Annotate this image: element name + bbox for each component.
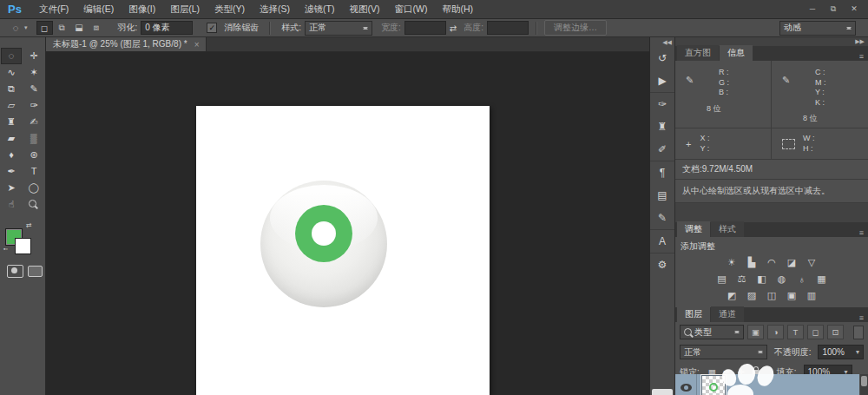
panel-menu-icon[interactable]: ≡ [859,52,864,61]
character-panel-button[interactable]: ▤ [650,184,674,207]
scrollbar-thumb[interactable] [861,376,867,386]
menu-select[interactable]: 选择(S) [256,2,293,17]
actions-panel-button[interactable]: ▶ [650,69,674,92]
channel-mixer-icon[interactable]: ♁ [795,274,809,285]
crop-tool[interactable]: ⧉ [1,81,22,97]
layer-row-selected[interactable] [675,374,859,395]
panel-menu-icon[interactable]: ≡ [859,228,864,237]
layer-visibility-cell[interactable] [675,374,697,395]
menu-file[interactable]: 文件(F) [36,2,72,17]
subtract-selection-button[interactable]: ⬓ [71,21,88,35]
height-input[interactable] [487,21,529,35]
layers-scrollbar[interactable] [860,374,868,395]
menu-layer[interactable]: 图层(L) [167,2,203,17]
minimize-button[interactable]: ─ [802,4,823,14]
tab-histogram[interactable]: 直方图 [677,45,719,61]
color-balance-icon[interactable]: ⚖ [735,273,749,285]
close-tab-icon[interactable]: × [194,40,200,49]
layer-filter-select[interactable]: 类型 [680,325,744,339]
menu-help[interactable]: 帮助(H) [438,2,477,17]
move-tool[interactable]: ✛ [23,48,44,64]
menu-type[interactable]: 类型(Y) [211,2,248,17]
tab-layers[interactable]: 图层 [677,306,710,322]
workspace-select[interactable]: 动感 [779,21,856,36]
menu-edit[interactable]: 编辑(E) [80,2,117,17]
close-button[interactable]: ✕ [844,4,865,14]
tool-preset-icon[interactable]: ◌ [7,20,24,36]
filter-pixel-icon[interactable]: ▣ [747,325,764,339]
refine-edge-button[interactable]: 调整边缘… [544,20,607,36]
color-lookup-icon[interactable]: ▦ [815,273,829,285]
screen-mode-button[interactable] [28,266,43,277]
posterize-icon[interactable]: ▨ [745,290,759,301]
default-swatches-icon[interactable]: ▪▫ [3,246,8,252]
menu-view[interactable]: 视图(V) [346,2,384,17]
shape-tool[interactable]: ◯ [23,180,44,196]
clone-source-panel-button[interactable]: ♜ [650,115,674,138]
filter-toggle[interactable] [853,326,864,339]
tab-channels[interactable]: 通道 [711,306,744,322]
pen-tool[interactable]: ✒ [1,163,22,180]
clone-stamp-tool[interactable]: ♜ [1,114,22,130]
invert-icon[interactable]: ◩ [725,290,739,301]
brush-presets-panel-button[interactable]: ✑ [650,92,674,115]
paragraph-panel-button[interactable]: ¶ [650,161,674,184]
threshold-icon[interactable]: ◫ [765,290,779,301]
magic-wand-tool[interactable]: ✶ [23,64,44,81]
tab-adjustments[interactable]: 调整 [677,221,710,237]
levels-icon[interactable]: ▙ [745,257,759,268]
notes-panel-button[interactable]: ✎ [650,207,674,229]
filter-type-icon[interactable]: T [787,325,804,339]
tab-styles[interactable]: 样式 [711,221,744,237]
new-selection-button[interactable]: ◻ [36,21,53,35]
history-brush-tool[interactable]: ✍ [23,114,44,130]
add-selection-button[interactable]: ⧉ [54,21,70,35]
quick-mask-button[interactable] [7,265,23,278]
collapse-strip-arrows-icon[interactable]: ◀◀ [650,37,674,47]
brush-tool[interactable]: ✑ [23,97,44,114]
filter-shape-icon[interactable]: ◻ [807,325,824,339]
tool-presets-panel-button[interactable]: ✐ [650,138,674,161]
character-styles-panel-button[interactable]: A [650,229,674,253]
elliptical-marquee-tool[interactable]: ◌ [1,48,22,64]
gradient-tool[interactable]: ▒ [23,130,44,147]
tool-preset-dropdown-icon[interactable]: ▾ [24,24,28,31]
gradient-map-icon[interactable]: ▥ [805,290,819,301]
blur-tool[interactable]: ♦ [1,147,22,163]
photo-filter-icon[interactable]: ◍ [775,273,789,285]
opacity-input[interactable]: 100% ▾ [818,345,864,359]
eraser-tool[interactable]: ▰ [1,130,22,147]
filter-adjustment-icon[interactable]: ◑ [767,325,784,339]
black-white-icon[interactable]: ◧ [755,273,769,285]
width-input[interactable] [404,21,446,35]
intersect-selection-button[interactable]: ⧈ [89,21,105,35]
canvas-area[interactable] [46,52,649,395]
selective-color-icon[interactable]: ▣ [785,290,799,301]
swap-swatches-icon[interactable]: ⇄ [26,221,32,229]
feather-input[interactable]: 0 像素 [141,21,193,35]
rgb-bit-depth[interactable]: 8 位 [707,103,771,115]
exposure-icon[interactable]: ◪ [785,257,799,268]
panel-menu-icon[interactable]: ≡ [859,313,864,322]
menu-filter[interactable]: 滤镜(T) [301,2,338,17]
vibrance-icon[interactable]: ▽ [805,257,819,268]
zoom-tool[interactable] [23,196,44,213]
path-selection-tool[interactable]: ➤ [1,180,22,196]
eyedropper-tool[interactable]: ✎ [23,81,44,97]
curves-icon[interactable]: ◠ [765,257,779,268]
tab-info[interactable]: 信息 [720,45,753,61]
properties-panel-button[interactable]: ⚙ [650,253,674,276]
filter-smart-object-icon[interactable]: ⊡ [827,325,844,339]
blend-mode-select[interactable]: 正常 [680,345,767,359]
swap-dimensions-icon[interactable]: ⇄ [450,23,457,33]
background-color-swatch[interactable] [15,238,31,254]
restore-button[interactable]: ⧉ [823,4,844,14]
brightness-contrast-icon[interactable]: ☀ [725,257,739,268]
type-tool[interactable]: T [23,163,44,180]
style-select[interactable]: 正常 [305,21,372,36]
menu-image[interactable]: 图像(I) [125,2,159,17]
hue-saturation-icon[interactable]: ▤ [715,273,729,285]
chevron-down-icon[interactable]: ▾ [856,346,859,359]
document-tab[interactable]: 未标题-1 @ 25% (图层 1, RGB/8) * × [46,37,207,51]
antialias-checkbox[interactable]: ✓ [207,23,217,33]
